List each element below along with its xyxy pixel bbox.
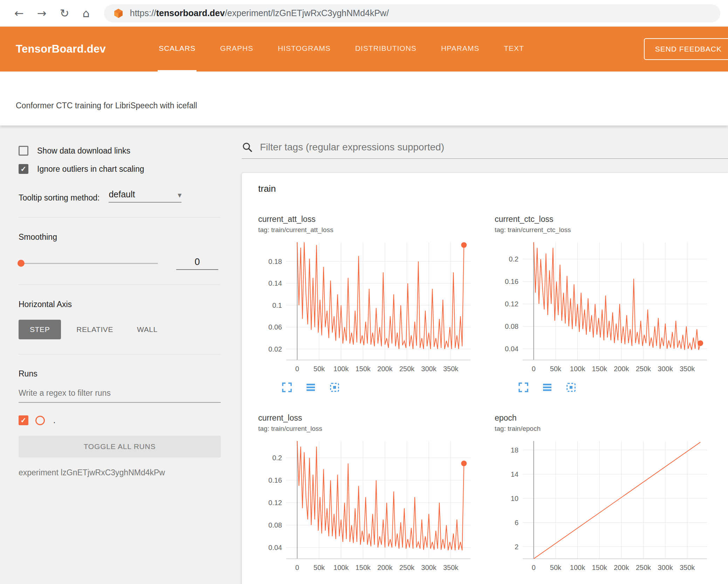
tab-graphs[interactable]: GRAPHS <box>219 27 254 72</box>
reload-icon[interactable]: ↻ <box>60 8 69 19</box>
chart-figure[interactable]: 050k100k150k200k250k300k350k26101418 <box>495 437 712 575</box>
divider <box>19 285 221 285</box>
train-group-card: train current_att_loss tag: train/curren… <box>242 173 728 584</box>
svg-text:0.06: 0.06 <box>268 323 282 331</box>
chart-figure[interactable]: 050k100k150k200k250k300k350k0.040.080.12… <box>258 437 475 575</box>
svg-text:100k: 100k <box>570 365 585 373</box>
svg-text:50k: 50k <box>550 365 562 373</box>
tensorboard-favicon-icon <box>113 8 124 19</box>
chart-figure[interactable]: 050k100k150k200k250k300k350k0.020.060.10… <box>258 239 475 376</box>
chevron-down-icon: ▾ <box>178 191 181 199</box>
svg-text:300k: 300k <box>421 365 437 373</box>
svg-text:0.16: 0.16 <box>505 278 518 285</box>
toggle-lines-icon[interactable] <box>542 382 553 393</box>
chart-figure[interactable]: 050k100k150k200k250k300k350k0.040.080.12… <box>495 239 712 376</box>
url-path: /experiment/lzGnETjwRxC3yghNMd4kPw/ <box>225 8 389 18</box>
svg-text:250k: 250k <box>636 365 651 373</box>
svg-text:250k: 250k <box>399 365 415 373</box>
svg-text:0.08: 0.08 <box>505 322 518 330</box>
tooltip-sorting-value: default <box>109 189 135 199</box>
svg-text:200k: 200k <box>614 564 629 571</box>
svg-text:0.08: 0.08 <box>268 521 282 529</box>
run-name: . <box>53 416 55 425</box>
check-icon: ✓ <box>21 165 27 173</box>
experiment-subtitle-bar: Conformer CTC training for LibriSpeech w… <box>0 72 728 125</box>
axis-step-button[interactable]: STEP <box>19 320 61 339</box>
line-chart-svg[interactable]: 050k100k150k200k250k300k350k0.040.080.12… <box>258 437 475 575</box>
show-download-links-checkbox[interactable] <box>19 146 28 156</box>
app-logo[interactable]: TensorBoard.dev <box>16 43 106 55</box>
toggle-all-runs-button[interactable]: TOGGLE ALL RUNS <box>19 436 221 457</box>
nav-tabs: SCALARS GRAPHS HISTOGRAMS DISTRIBUTIONS … <box>158 27 525 72</box>
axis-relative-button[interactable]: RELATIVE <box>68 320 122 339</box>
back-icon[interactable]: ← <box>14 8 24 19</box>
svg-text:300k: 300k <box>658 564 673 571</box>
run-color-swatch[interactable] <box>35 416 45 425</box>
home-icon[interactable]: ⌂ <box>82 8 89 19</box>
svg-text:0.04: 0.04 <box>505 345 518 353</box>
smoothing-slider-row: 0 <box>19 257 221 270</box>
fit-domain-icon[interactable] <box>329 382 340 393</box>
url-host: tensorboard.dev <box>156 8 225 18</box>
tab-hparams[interactable]: HPARAMS <box>440 27 480 72</box>
chart-title: epoch <box>495 413 728 423</box>
svg-text:250k: 250k <box>636 564 651 571</box>
ignore-outliers-row: ✓ Ignore outliers in chart scaling <box>19 164 221 174</box>
tab-text[interactable]: TEXT <box>503 27 525 72</box>
send-feedback-button[interactable]: SEND FEEDBACK <box>644 38 728 60</box>
chart-tag: tag: train/current_ctc_loss <box>495 226 728 234</box>
check-icon: ✓ <box>21 416 27 425</box>
line-chart-svg[interactable]: 050k100k150k200k250k300k350k0.040.080.12… <box>495 239 712 376</box>
svg-text:10: 10 <box>511 495 518 502</box>
tab-histograms[interactable]: HISTOGRAMS <box>277 27 332 72</box>
chart-tag: tag: train/epoch <box>495 425 728 433</box>
tab-distributions[interactable]: DISTRIBUTIONS <box>354 27 418 72</box>
svg-text:14: 14 <box>511 470 518 478</box>
svg-text:0.12: 0.12 <box>268 499 282 507</box>
filter-tags-input[interactable] <box>260 142 728 153</box>
svg-text:0.14: 0.14 <box>268 279 282 287</box>
group-title[interactable]: train <box>258 183 728 194</box>
axis-wall-button[interactable]: WALL <box>129 320 166 339</box>
runs-filter-input[interactable] <box>19 388 221 403</box>
forward-icon[interactable]: → <box>37 8 47 19</box>
smoothing-value-field[interactable]: 0 <box>176 257 218 270</box>
tooltip-sorting-row: Tooltip sorting method: default ▾ <box>19 189 221 203</box>
fullscreen-icon[interactable] <box>518 382 529 393</box>
svg-text:100k: 100k <box>570 564 585 571</box>
address-bar[interactable]: https://tensorboard.dev/experiment/lzGnE… <box>104 4 720 22</box>
smoothing-slider-handle[interactable] <box>18 260 25 267</box>
line-chart-svg[interactable]: 050k100k150k200k250k300k350k26101418 <box>495 437 712 575</box>
fit-domain-icon[interactable] <box>565 382 577 393</box>
smoothing-label: Smoothing <box>19 232 221 242</box>
svg-text:250k: 250k <box>399 564 415 571</box>
show-download-links-label: Show data download links <box>37 146 130 156</box>
chart-card-epoch: epoch tag: train/epoch 050k100k150k200k2… <box>495 413 728 575</box>
svg-text:0.02: 0.02 <box>268 345 282 353</box>
svg-text:350k: 350k <box>680 365 695 373</box>
run-row: ✓ . <box>19 415 221 425</box>
tooltip-sorting-dropdown[interactable]: default ▾ <box>109 189 181 203</box>
line-chart-svg[interactable]: 050k100k150k200k250k300k350k0.020.060.10… <box>258 239 475 376</box>
experiment-title: Conformer CTC training for LibriSpeech w… <box>16 101 197 110</box>
ignore-outliers-checkbox[interactable]: ✓ <box>19 164 28 174</box>
svg-text:350k: 350k <box>443 365 459 373</box>
svg-text:0.1: 0.1 <box>272 301 282 309</box>
divider <box>19 217 221 218</box>
settings-sidebar: Show data download links ✓ Ignore outlie… <box>0 125 231 584</box>
svg-text:0.2: 0.2 <box>272 454 282 462</box>
run-checkbox[interactable]: ✓ <box>19 415 28 425</box>
svg-text:350k: 350k <box>680 564 695 571</box>
horizontal-axis-label: Horizontal Axis <box>19 300 221 309</box>
fullscreen-icon[interactable] <box>281 382 293 393</box>
svg-text:150k: 150k <box>592 564 607 571</box>
toggle-lines-icon[interactable] <box>305 382 316 393</box>
svg-text:200k: 200k <box>377 564 393 571</box>
svg-text:150k: 150k <box>356 564 371 571</box>
tab-scalars[interactable]: SCALARS <box>158 27 197 72</box>
series-end-dot <box>461 242 467 248</box>
svg-text:0: 0 <box>295 564 299 571</box>
svg-text:0: 0 <box>532 564 536 571</box>
svg-text:300k: 300k <box>421 564 437 571</box>
smoothing-slider[interactable] <box>19 263 158 264</box>
